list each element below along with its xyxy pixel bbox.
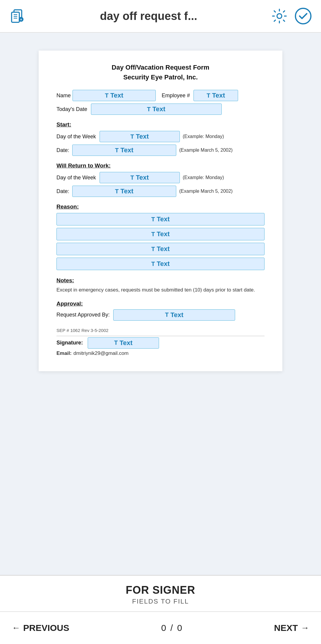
- for-signer-title: FOR SIGNER: [0, 584, 321, 596]
- return-date-row: Date: T Text (Example March 5, 2002): [56, 186, 265, 197]
- next-arrow-icon: →: [301, 623, 309, 633]
- return-day-field[interactable]: T Text: [100, 172, 180, 183]
- notes-text: Except in emergency cases, requests must…: [56, 286, 265, 294]
- text-icon-returnday: T: [130, 174, 134, 181]
- start-day-row: Day of the Week T Text (Example: Monday): [56, 131, 265, 142]
- text-icon-returndate: T: [115, 188, 119, 195]
- reason-field-3[interactable]: T Text: [56, 243, 265, 255]
- text-icon-reason2: T: [151, 231, 155, 238]
- form-title: Day Off/Vacation Request Form Security E…: [56, 62, 265, 82]
- app-header: + day off request f...: [0, 0, 321, 33]
- return-day-example: (Example: Monday): [183, 175, 224, 180]
- reason-section-header: Reason:: [56, 203, 265, 210]
- start-date-row: Date: T Text (Example March 5, 2002): [56, 145, 265, 156]
- text-icon-startdate: T: [115, 147, 119, 154]
- start-date-field[interactable]: T Text: [72, 145, 176, 156]
- bottom-nav: ← PREVIOUS 0 / 0 NEXT →: [0, 611, 321, 644]
- copy-icon[interactable]: +: [8, 7, 27, 26]
- return-day-label: Day of the Week: [56, 175, 96, 181]
- for-signer-subtitle: FIELDS TO FILL: [0, 598, 321, 605]
- svg-point-7: [277, 14, 282, 18]
- text-icon-reason3: T: [151, 246, 155, 253]
- sep-number: SEP # 1062 Rev 3-5-2002: [56, 328, 265, 333]
- text-icon: T: [105, 92, 108, 99]
- start-section-header: Start:: [56, 121, 265, 128]
- notes-section-header: Notes:: [56, 277, 265, 284]
- reason-field-2[interactable]: T Text: [56, 228, 265, 240]
- approval-field[interactable]: T Text: [113, 309, 235, 321]
- return-date-label: Date:: [56, 188, 69, 195]
- text-icon-reason4: T: [151, 261, 155, 267]
- main-content: Day Off/Vacation Request Form Security E…: [0, 33, 321, 575]
- reason-row-1: T Text: [56, 213, 265, 225]
- svg-text:+: +: [20, 18, 22, 22]
- reason-row-4: T Text: [56, 258, 265, 270]
- reason-row-2: T Text: [56, 228, 265, 240]
- start-day-field[interactable]: T Text: [100, 131, 180, 142]
- divider: [56, 336, 265, 336]
- email-label: Email:: [56, 350, 72, 356]
- svg-point-8: [295, 8, 311, 24]
- settings-icon[interactable]: [270, 7, 289, 26]
- todays-date-row: Today's Date T Text: [56, 104, 265, 115]
- return-day-row: Day of the Week T Text (Example: Monday): [56, 172, 265, 183]
- form-paper: Day Off/Vacation Request Form Security E…: [39, 51, 282, 371]
- employee-label: Employee #: [162, 93, 190, 99]
- signature-row: Signature: T Text: [56, 337, 265, 349]
- reason-row-3: T Text: [56, 243, 265, 255]
- text-icon-approval: T: [165, 311, 169, 318]
- page-count: 0 / 0: [161, 623, 182, 633]
- todays-date-label: Today's Date: [56, 106, 87, 112]
- start-date-label: Date:: [56, 147, 69, 153]
- approval-label: Request Approved By:: [56, 312, 110, 318]
- text-icon-date: T: [147, 106, 151, 113]
- name-row: Name T Text Employee # T Text: [56, 90, 265, 101]
- start-date-example: (Example March 5, 2002): [179, 148, 233, 153]
- approval-row: Request Approved By: T Text: [56, 309, 265, 321]
- previous-arrow-icon: ←: [12, 623, 20, 633]
- check-circle-icon[interactable]: [294, 7, 313, 26]
- approval-section-header: Approval:: [56, 300, 265, 307]
- for-signer-section: FOR SIGNER FIELDS TO FILL: [0, 575, 321, 611]
- name-field[interactable]: T Text: [73, 90, 156, 101]
- text-icon-reason1: T: [151, 216, 155, 223]
- email-row: Email: dmitriynik29@gmail.com: [56, 350, 265, 356]
- start-day-label: Day of the Week: [56, 134, 96, 140]
- svg-rect-1: [12, 12, 19, 22]
- text-icon-startday: T: [130, 133, 134, 140]
- reason-field-1[interactable]: T Text: [56, 213, 265, 225]
- return-section-header: Will Return to Work:: [56, 162, 265, 169]
- start-day-example: (Example: Monday): [183, 134, 224, 139]
- return-date-field[interactable]: T Text: [72, 186, 176, 197]
- text-icon-sig: T: [114, 339, 118, 346]
- page-title: day off request f...: [27, 10, 270, 23]
- todays-date-field[interactable]: T Text: [91, 104, 222, 115]
- text-icon-emp: T: [207, 92, 210, 99]
- employee-field[interactable]: T Text: [193, 90, 238, 101]
- signature-label: Signature:: [56, 340, 83, 346]
- previous-button[interactable]: ← PREVIOUS: [12, 623, 69, 633]
- next-button[interactable]: NEXT →: [274, 623, 309, 633]
- email-value: dmitriynik29@gmail.com: [73, 350, 128, 356]
- signature-field[interactable]: T Text: [88, 337, 159, 349]
- name-label: Name: [56, 93, 71, 99]
- return-date-example: (Example March 5, 2002): [179, 189, 233, 194]
- reason-field-4[interactable]: T Text: [56, 258, 265, 270]
